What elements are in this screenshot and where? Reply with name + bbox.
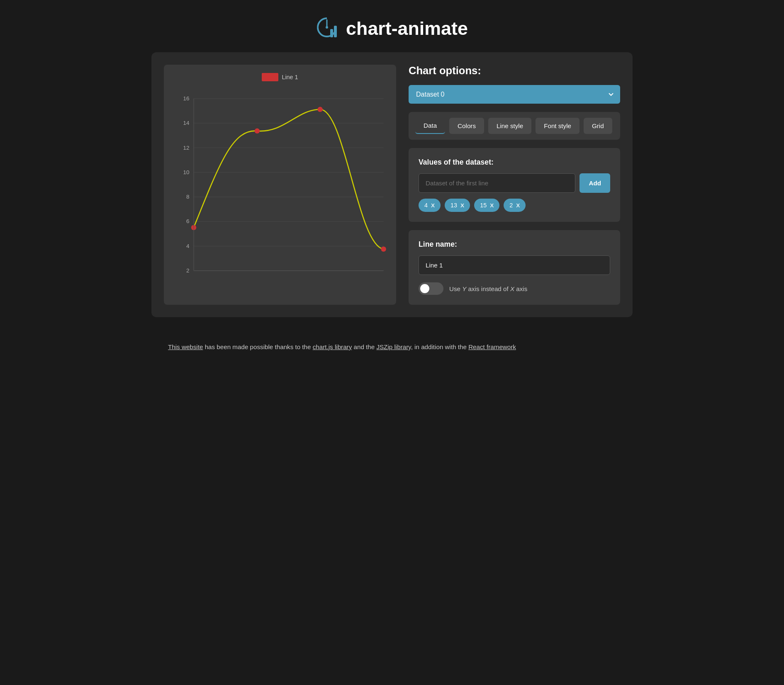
chart-legend: Line 1 [172, 73, 388, 81]
footer: This website has been made possible than… [151, 334, 633, 369]
tab-grid[interactable]: Grid [584, 118, 612, 134]
tab-colors[interactable]: Colors [449, 118, 484, 134]
tag-value-2: 2 [509, 202, 513, 209]
tag-remove-15[interactable]: X [490, 202, 494, 209]
header: chart-animate [316, 0, 468, 52]
chart-svg: 16 14 12 10 8 6 4 2 [172, 85, 388, 289]
svg-text:12: 12 [183, 145, 190, 151]
svg-text:10: 10 [183, 169, 190, 175]
footer-text-3: in addition with the [414, 343, 468, 350]
toggle-row: Use Y axis instead of X axis [419, 282, 610, 295]
options-title: Chart options: [409, 65, 620, 77]
main-container: Line 1 16 14 12 10 8 6 4 2 [151, 52, 633, 317]
axis-toggle[interactable] [419, 282, 443, 295]
tag-15: 15 X [474, 199, 499, 212]
add-button[interactable]: Add [579, 173, 610, 193]
tag-remove-4[interactable]: X [431, 202, 435, 209]
options-panel: Chart options: Dataset 0 Dataset 1 Datas… [409, 65, 620, 305]
app-title: chart-animate [346, 18, 468, 39]
dataset-select[interactable]: Dataset 0 Dataset 1 Dataset 2 [409, 85, 620, 104]
svg-text:8: 8 [186, 194, 190, 200]
tag-13: 13 X [445, 199, 470, 212]
data-point-4 [381, 247, 386, 252]
data-point-2 [255, 129, 260, 134]
footer-text-1: has been made possible thanks to the [205, 343, 313, 350]
svg-rect-2 [330, 29, 333, 37]
footer-link-jszip[interactable]: JSZip library, [376, 343, 412, 350]
chart-area: Line 1 16 14 12 10 8 6 4 2 [164, 65, 396, 305]
line-name-label: Line name: [419, 240, 610, 249]
input-row: Add [419, 173, 610, 193]
svg-text:14: 14 [183, 120, 190, 126]
line-name-section: Line name: Use Y axis instead of X axis [409, 230, 620, 305]
tab-font-style[interactable]: Font style [536, 118, 579, 134]
tag-value-13: 13 [450, 202, 457, 209]
dataset-values-section: Values of the dataset: Add 4 X 13 X 15 X [409, 148, 620, 222]
svg-text:2: 2 [186, 267, 190, 274]
logo-icon [316, 17, 339, 40]
tag-value-4: 4 [424, 202, 428, 209]
tabs-container: Data Colors Line style Font style Grid [409, 112, 620, 140]
tab-data[interactable]: Data [415, 118, 445, 134]
tag-4: 4 X [419, 199, 441, 212]
legend-color-box [262, 73, 278, 81]
toggle-text: Use Y axis instead of X axis [449, 285, 527, 292]
footer-link-chartjs[interactable]: chart.js library [313, 343, 352, 350]
tags-row: 4 X 13 X 15 X 2 X [419, 199, 610, 212]
footer-link-react[interactable]: React framework [468, 343, 516, 350]
footer-link-website[interactable]: This website [168, 343, 203, 350]
svg-text:4: 4 [186, 243, 190, 249]
dataset-values-label: Values of the dataset: [419, 158, 610, 167]
tag-remove-13[interactable]: X [460, 202, 464, 209]
svg-text:6: 6 [186, 218, 190, 224]
svg-rect-3 [334, 26, 337, 37]
data-point-3 [317, 107, 322, 112]
legend-label: Line 1 [282, 74, 298, 80]
tag-remove-2[interactable]: X [516, 202, 520, 209]
chart-svg-container: 16 14 12 10 8 6 4 2 [172, 85, 388, 289]
tag-2: 2 X [504, 199, 526, 212]
tab-line-style[interactable]: Line style [488, 118, 531, 134]
svg-text:16: 16 [183, 95, 190, 102]
dataset-input[interactable] [419, 173, 575, 193]
toggle-slider [419, 282, 443, 295]
line-name-input[interactable] [419, 255, 610, 275]
footer-text-2: and the [353, 343, 376, 350]
tag-value-15: 15 [480, 202, 487, 209]
